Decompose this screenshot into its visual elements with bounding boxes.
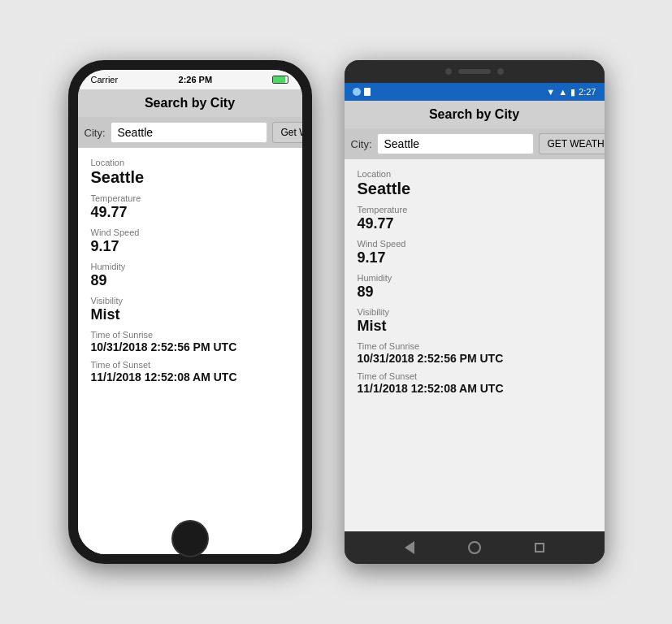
android-visibility-label: Visibility: [358, 307, 592, 317]
android-app-header: Search by City: [345, 101, 605, 128]
iphone-sunrise-value: 10/31/2018 2:52:56 PM UTC: [91, 340, 289, 353]
android-signal-icon: ▲: [558, 87, 567, 97]
android-screen: ▼ ▲ ▮ 2:27 Search by City City: GET WEAT…: [345, 83, 605, 531]
iphone-wind-speed-value: 9.17: [91, 238, 289, 255]
android-top-bar: [345, 60, 605, 83]
android-status-dot: [353, 88, 361, 96]
iphone-sunset-label: Time of Sunset: [91, 360, 289, 370]
iphone-screen: Carrier 2:26 PM Search by City City: Get…: [78, 70, 302, 554]
android-wifi-icon: ▼: [546, 87, 555, 97]
android-sunset-value: 11/1/2018 12:52:08 AM UTC: [358, 382, 592, 395]
home-icon: [468, 541, 481, 554]
iphone-get-weather-button[interactable]: Get Weather: [272, 122, 302, 143]
iphone-sunrise-label: Time of Sunrise: [91, 330, 289, 340]
android-app-title: Search by City: [429, 107, 519, 121]
battery-icon: [272, 76, 288, 84]
iphone-humidity-label: Humidity: [91, 262, 289, 271]
iphone-weather-content: Location Seattle Temperature 49.77 Wind …: [78, 148, 302, 554]
android-location-value: Seattle: [358, 180, 592, 198]
android-device: ▼ ▲ ▮ 2:27 Search by City City: GET WEAT…: [345, 60, 605, 564]
iphone-visibility-label: Visibility: [91, 296, 289, 306]
iphone-temperature-value: 49.77: [91, 204, 289, 221]
android-get-weather-button[interactable]: GET WEATHER: [539, 133, 605, 154]
android-sunrise-label: Time of Sunrise: [358, 341, 592, 351]
android-city-label: City:: [351, 138, 372, 150]
iphone-search-bar: City: Get Weather: [78, 117, 302, 148]
iphone-status-bar: Carrier 2:26 PM: [78, 70, 302, 89]
iphone-app-title: Search by City: [145, 96, 235, 110]
iphone-sunset-value: 11/1/2018 12:52:08 AM UTC: [91, 370, 289, 384]
iphone-app-header: Search by City: [78, 89, 302, 117]
iphone-temperature-label: Temperature: [91, 193, 289, 203]
iphone-city-input[interactable]: [111, 122, 267, 143]
android-recents-button[interactable]: [532, 540, 547, 555]
android-status-right: ▼ ▲ ▮ 2:27: [546, 87, 596, 98]
android-location-label: Location: [358, 169, 592, 179]
iphone-wind-speed-label: Wind Speed: [91, 228, 289, 237]
iphone-location-label: Location: [91, 158, 289, 167]
android-time: 2:27: [579, 87, 596, 97]
android-status-bar: ▼ ▲ ▮ 2:27: [345, 83, 605, 101]
android-search-bar: City: GET WEATHER: [345, 128, 605, 159]
back-icon: [405, 541, 414, 554]
iphone-home-button[interactable]: [171, 520, 209, 557]
android-lock-icon: [364, 88, 371, 96]
recents-icon: [535, 543, 544, 552]
iphone-device: Carrier 2:26 PM Search by City City: Get…: [68, 60, 312, 564]
iphone-visibility-value: Mist: [91, 306, 289, 323]
android-sunset-label: Time of Sunset: [358, 371, 592, 381]
iphone-humidity-value: 89: [91, 272, 289, 289]
android-city-input[interactable]: [377, 133, 534, 154]
android-speaker: [458, 69, 491, 74]
android-humidity-value: 89: [358, 284, 592, 301]
android-humidity-label: Humidity: [358, 273, 592, 283]
android-visibility-value: Mist: [358, 318, 592, 335]
android-wind-speed-label: Wind Speed: [358, 239, 592, 249]
android-status-left: [353, 88, 371, 96]
iphone-location-value: Seattle: [91, 168, 289, 187]
android-sunrise-value: 10/31/2018 2:52:56 PM UTC: [358, 352, 592, 365]
iphone-time: 2:26 PM: [179, 75, 213, 84]
carrier-label: Carrier: [91, 75, 119, 84]
android-battery-icon: ▮: [570, 87, 575, 98]
android-bottom-bar: [345, 531, 605, 564]
android-home-button[interactable]: [467, 540, 482, 555]
android-temperature-label: Temperature: [358, 205, 592, 214]
android-temperature-value: 49.77: [358, 215, 592, 232]
android-weather-content: Location Seattle Temperature 49.77 Wind …: [345, 159, 605, 531]
android-back-button[interactable]: [402, 540, 417, 555]
iphone-status-right: [272, 76, 288, 84]
android-front-camera: [445, 68, 452, 75]
android-front-camera2: [497, 68, 504, 75]
iphone-city-label: City:: [85, 127, 106, 139]
android-wind-speed-value: 9.17: [358, 249, 592, 266]
